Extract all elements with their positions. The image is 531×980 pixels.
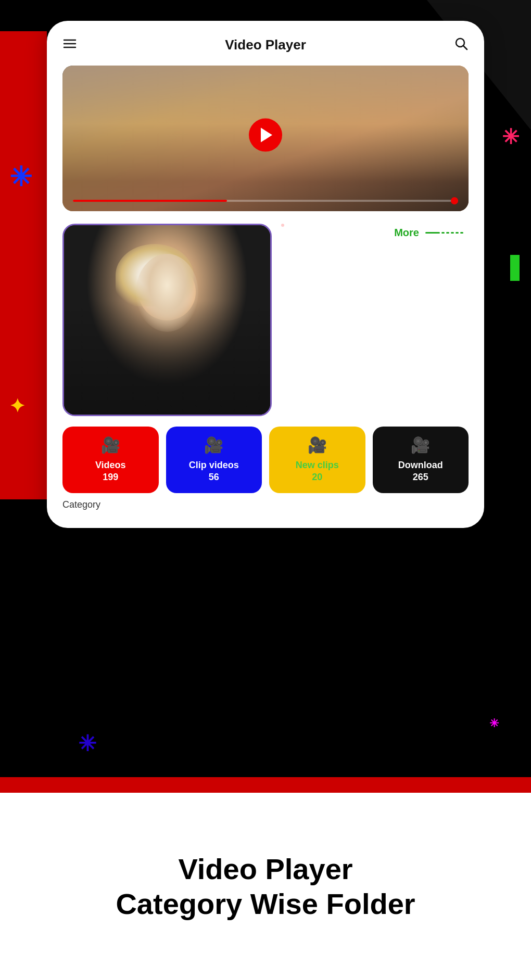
hamburger-icon[interactable]: [62, 36, 77, 53]
asterisk-blue2: ✳: [78, 731, 96, 756]
category-new-button[interactable]: 🎥 New clips20: [269, 427, 365, 493]
gallery-card-right[interactable]: [281, 224, 284, 227]
videos-label: Videos199: [95, 459, 126, 484]
search-icon[interactable]: [454, 36, 469, 53]
category-download-button[interactable]: 🎥 Download265: [373, 427, 469, 493]
more-label[interactable]: More: [394, 227, 419, 239]
video-player[interactable]: [62, 66, 469, 211]
gallery-row: More: [62, 224, 469, 416]
play-button[interactable]: [249, 119, 282, 152]
download-label: Download265: [398, 459, 443, 484]
app-card: Video Player: [47, 21, 484, 528]
asterisk-black: ✳: [496, 692, 516, 720]
svg-line-4: [463, 46, 467, 49]
category-grid: 🎥 Videos199 🎥 Clip videos56 🎥 New clips2…: [62, 427, 469, 493]
asterisk-yellow: ✦: [9, 395, 25, 417]
video-cam-icon-black: 🎥: [411, 436, 430, 454]
asterisk-pink: ✳: [489, 717, 499, 730]
bottom-title: Video Player Category Wise Folder: [116, 852, 415, 921]
new-label: New clips20: [296, 459, 339, 484]
green-accent-bar: [510, 255, 520, 281]
category-videos-button[interactable]: 🎥 Videos199: [62, 427, 159, 493]
bottom-title-line1: Video Player: [116, 852, 415, 886]
app-title: Video Player: [225, 37, 306, 53]
video-cam-icon-yellow: 🎥: [308, 436, 327, 454]
more-row[interactable]: More: [281, 227, 469, 239]
gallery-card-left[interactable]: [62, 224, 272, 416]
bottom-section: Video Player Category Wise Folder: [0, 793, 531, 980]
asterisk-red: ✳: [502, 125, 520, 149]
category-section-label: Category: [62, 499, 469, 510]
category-clip-button[interactable]: 🎥 Clip videos56: [166, 427, 262, 493]
app-header: Video Player: [62, 36, 469, 53]
video-cam-icon-blue: 🎥: [204, 436, 223, 454]
progress-bar[interactable]: [73, 200, 458, 202]
video-cam-icon-red: 🎥: [101, 436, 120, 454]
clip-label: Clip videos56: [189, 459, 239, 484]
bottom-title-line2: Category Wise Folder: [116, 886, 415, 921]
asterisk-blue: ✳: [9, 161, 32, 192]
more-link: More: [394, 227, 463, 239]
